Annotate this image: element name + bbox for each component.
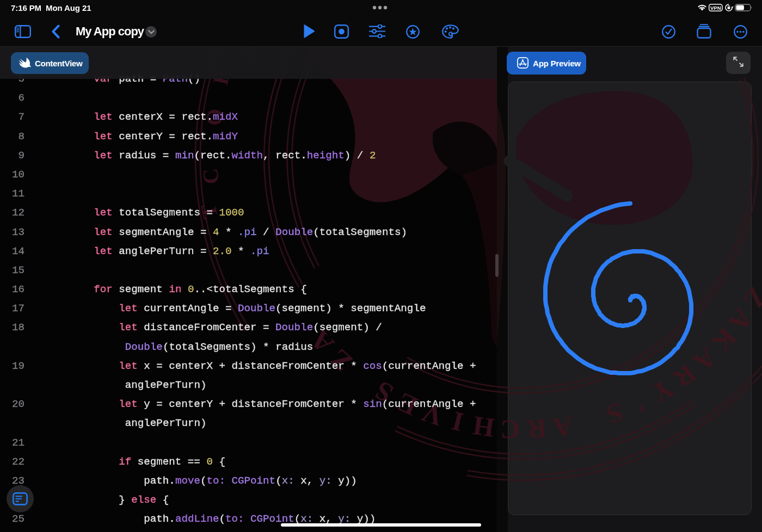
svg-text:VPN: VPN — [710, 5, 721, 11]
